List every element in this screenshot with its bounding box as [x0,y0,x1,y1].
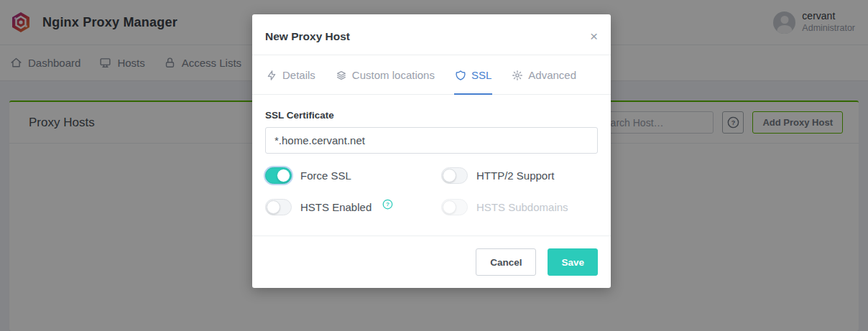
hsts-enabled-toggle[interactable] [265,199,292,215]
tab-custom-locations[interactable]: Custom locations [335,55,435,95]
tab-label: Details [282,69,315,81]
toggle-label: HTTP/2 Support [476,169,554,182]
http2-support-toggle[interactable] [441,167,468,184]
hsts-enabled-toggle-row: HSTS Enabled ? [265,199,441,215]
toggle-label: HSTS Subdomains [476,201,568,213]
toggle-label: HSTS Enabled [300,201,371,213]
tab-advanced[interactable]: Advanced [511,55,577,95]
force-ssl-toggle[interactable] [265,167,292,184]
tab-label: Advanced [528,69,576,81]
http2-support-toggle-row: HTTP/2 Support [441,167,598,184]
hsts-subdomains-toggle [441,199,468,215]
ssl-options: Force SSL HTTP/2 Support HSTS Enabled ? [265,167,598,215]
tab-label: SSL [471,69,491,81]
ssl-certificate-label: SSL Certificate [265,110,598,121]
new-proxy-host-modal: New Proxy Host × Details Custom location [252,14,611,288]
tab-details[interactable]: Details [265,55,316,95]
force-ssl-toggle-row: Force SSL [265,167,441,184]
cancel-button[interactable]: Cancel [476,248,536,276]
layers-icon [336,70,347,81]
svg-text:?: ? [386,201,389,208]
hsts-help-icon[interactable]: ? [382,199,393,210]
ssl-certificate-input[interactable] [265,127,598,154]
gear-icon [512,70,523,81]
modal-header: New Proxy Host × [252,14,611,55]
flash-icon [266,70,277,81]
tab-label: Custom locations [352,69,435,81]
toggle-label: Force SSL [300,169,351,182]
modal-body: SSL Certificate Force SSL HTTP/2 Support… [252,95,611,236]
modal-footer: Cancel Save [252,236,611,288]
close-icon[interactable]: × [590,29,598,43]
tab-ssl[interactable]: SSL [454,55,492,95]
page: Nginx Proxy Manager cervant Administrato… [0,0,868,331]
shield-icon [455,70,466,81]
modal-title: New Proxy Host [265,30,350,43]
modal-tabs: Details Custom locations SSL [252,55,611,95]
hsts-subdomains-toggle-row: HSTS Subdomains [441,199,598,215]
save-button[interactable]: Save [548,248,598,276]
